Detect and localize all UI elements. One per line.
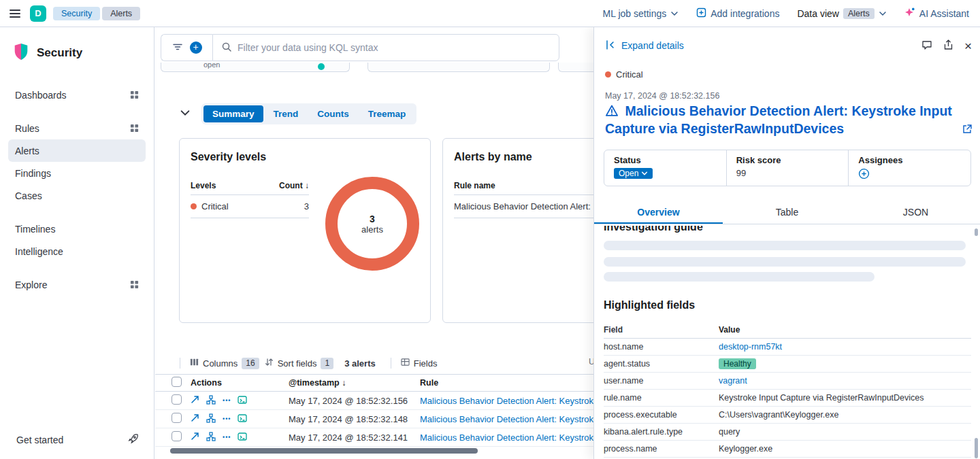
more-actions-icon[interactable]: ••• — [223, 434, 231, 441]
kql-search-input[interactable] — [238, 42, 551, 53]
timestamp-column-header[interactable]: @timestamp ↓ — [289, 378, 420, 388]
status-control-partial[interactable]: open — [161, 63, 350, 72]
count-column-header[interactable]: Count ↓ — [279, 181, 309, 190]
more-actions-icon[interactable]: ••• — [223, 397, 231, 404]
sort-icon — [265, 358, 274, 369]
comment-icon[interactable] — [921, 39, 932, 52]
expand-alert-icon[interactable] — [191, 432, 199, 443]
loading-skeleton-bar — [604, 272, 875, 282]
assignees-column: Assignees — [848, 150, 970, 186]
get-started-link[interactable]: Get started — [10, 426, 146, 454]
severity-table-row[interactable]: Critical 3 — [191, 195, 309, 218]
data-view-selector[interactable]: Data view Alerts — [797, 8, 886, 19]
collapse-charts-button[interactable] — [180, 107, 191, 120]
alerts-by-name-row[interactable]: Malicious Behavior Detection Alert: K — [454, 195, 593, 218]
levels-column-header[interactable]: Levels — [191, 181, 216, 190]
menu-button[interactable] — [7, 5, 23, 22]
ml-job-settings-button[interactable]: ML job settings — [603, 8, 679, 19]
horizontal-scrollbar[interactable] — [170, 448, 478, 454]
share-icon[interactable] — [943, 39, 953, 52]
sort-fields-button[interactable]: Sort fields 1 — [265, 358, 334, 369]
rule-name-column-header[interactable]: Rule name — [454, 181, 495, 190]
status-open-badge[interactable]: Open — [614, 168, 653, 179]
actions-column-header: Actions — [191, 378, 289, 388]
rule-column-header[interactable]: Rule — [420, 378, 593, 388]
loading-skeleton-bar — [604, 257, 966, 267]
row-actions: ••• — [191, 432, 289, 443]
table-row[interactable]: ••• May 17, 2024 @ 18:52:32.141 Maliciou… — [155, 428, 593, 447]
sidebar-item-alerts[interactable]: Alerts — [8, 139, 146, 162]
session-view-icon[interactable] — [238, 432, 247, 443]
session-view-icon[interactable] — [238, 413, 247, 425]
donut-label: alerts — [361, 224, 383, 235]
ai-assistant-button[interactable]: AI Assistant — [904, 7, 969, 20]
field-row: kibana.alert.rule.type query — [604, 424, 971, 441]
expand-alert-icon[interactable] — [191, 395, 199, 406]
more-actions-icon[interactable]: ••• — [223, 415, 231, 422]
alerts-table-toolbar: Columns 16 Sort fields 1 3 alerts Fields… — [176, 355, 593, 371]
alerts-table-header: Actions @timestamp ↓ Rule — [155, 374, 593, 392]
row-checkbox[interactable] — [172, 431, 182, 441]
sidebar-item-findings[interactable]: Findings — [8, 162, 146, 184]
fields-button[interactable]: Fields — [401, 358, 438, 369]
breadcrumb-security[interactable]: Security — [53, 7, 100, 20]
breadcrumb-alerts[interactable]: Alerts — [102, 7, 140, 20]
field-row: user.name vagrant — [604, 373, 971, 390]
add-assignee-icon[interactable] — [858, 171, 870, 182]
sidebar-item-dashboards[interactable]: Dashboards — [8, 84, 146, 106]
warning-icon — [605, 104, 619, 121]
expand-details-button[interactable]: Expand details — [605, 39, 684, 52]
analyze-event-icon[interactable] — [206, 432, 216, 443]
tab-trend[interactable]: Trend — [265, 105, 308, 122]
chevron-down-icon — [879, 10, 887, 18]
rule-link[interactable]: Malicious Behavior Detection Alert: Keys… — [420, 396, 593, 406]
rule-control-partial[interactable] — [558, 63, 593, 72]
field-name: process.name — [604, 444, 719, 454]
sort-descending-icon: ↓ — [305, 181, 309, 190]
vertical-scrollbar-thumb[interactable] — [975, 228, 978, 236]
fields-label: Fields — [414, 358, 438, 369]
add-integrations-button[interactable]: Add integrations — [696, 7, 779, 20]
session-view-icon[interactable] — [238, 395, 247, 407]
columns-button[interactable]: Columns 16 — [190, 358, 259, 369]
table-row[interactable]: ••• May 17, 2024 @ 18:52:32.148 Maliciou… — [155, 410, 593, 428]
vertical-scrollbar-thumb[interactable] — [975, 438, 978, 458]
analyze-event-icon[interactable] — [206, 395, 216, 407]
tab-table[interactable]: Table — [723, 203, 851, 224]
table-row[interactable]: ••• May 17, 2024 @ 18:52:32.156 Maliciou… — [155, 392, 593, 410]
rule-link[interactable]: Malicious Behavior Detection Alert: Keys… — [420, 414, 593, 424]
tab-json[interactable]: JSON — [851, 203, 980, 224]
row-checkbox[interactable] — [172, 394, 182, 405]
tab-summary[interactable]: Summary — [203, 105, 263, 122]
severity-control-partial[interactable] — [368, 63, 550, 72]
field-value-link[interactable]: desktop-rnm57kt — [719, 342, 782, 352]
row-checkbox[interactable] — [172, 413, 182, 423]
filter-icon[interactable] — [172, 41, 183, 54]
space-logo[interactable]: D — [30, 5, 46, 22]
sidebar-item-rules[interactable]: Rules — [8, 117, 146, 139]
sidebar-item-timelines[interactable]: Timelines — [8, 218, 146, 240]
rule-link[interactable]: Malicious Behavior Detection Alert: Keys… — [420, 432, 593, 443]
panel-title: Severity levels — [191, 151, 419, 163]
severity-table: Levels Count ↓ Critical 3 — [191, 177, 309, 218]
sidebar-item-explore[interactable]: Explore — [8, 273, 146, 296]
sidebar-header: Security — [0, 27, 154, 66]
severity-donut-chart[interactable]: 3 alerts — [325, 177, 419, 271]
tab-treemap[interactable]: Treemap — [359, 105, 415, 122]
analyze-event-icon[interactable] — [206, 413, 216, 425]
select-all-checkbox[interactable] — [172, 377, 182, 387]
add-filter-button[interactable]: + — [190, 41, 202, 54]
sidebar-item-intelligence[interactable]: Intelligence — [8, 240, 146, 262]
expand-alert-icon[interactable] — [191, 413, 199, 424]
field-value-link[interactable]: vagrant — [719, 376, 747, 386]
tab-overview[interactable]: Overview — [594, 203, 723, 224]
loading-skeleton-bar — [604, 241, 966, 250]
query-bar: + — [161, 34, 559, 61]
get-started-label: Get started — [16, 435, 63, 445]
external-link-icon[interactable] — [962, 124, 973, 137]
close-icon[interactable]: × — [964, 39, 972, 52]
tab-counts[interactable]: Counts — [308, 105, 358, 122]
sidebar-item-cases[interactable]: Cases — [8, 184, 146, 207]
field-name: agent.status — [604, 359, 719, 369]
alert-title[interactable]: Malicious Behavior Detection Alert: Keys… — [605, 103, 959, 137]
